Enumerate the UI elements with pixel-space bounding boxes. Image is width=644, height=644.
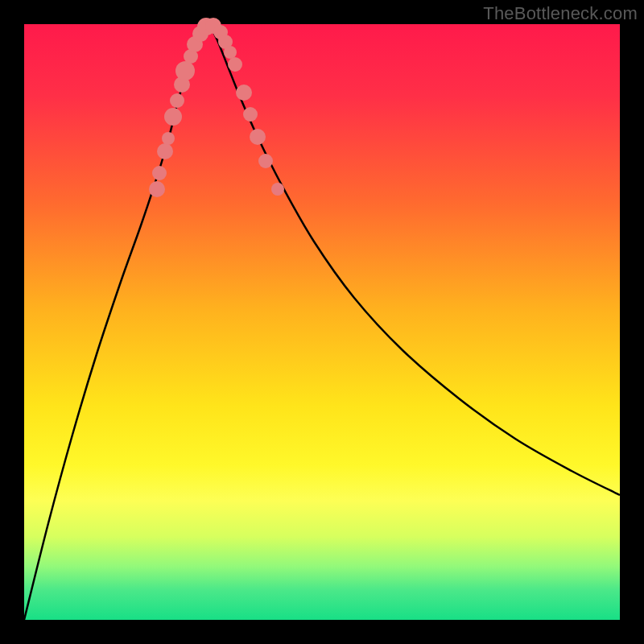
data-marker <box>224 46 237 59</box>
curve-right <box>209 24 620 495</box>
data-marker <box>162 132 175 145</box>
data-marker <box>258 154 273 168</box>
data-marker <box>236 85 252 101</box>
data-marker <box>149 181 165 197</box>
data-markers <box>149 18 284 197</box>
data-marker <box>170 93 184 108</box>
data-marker <box>175 61 195 80</box>
data-marker <box>152 166 167 180</box>
watermark-text: TheBottleneck.com <box>483 3 638 24</box>
data-marker <box>228 57 242 72</box>
plot-area <box>24 24 620 620</box>
curve-left <box>24 24 209 620</box>
data-marker <box>250 129 266 145</box>
curve-layer <box>24 24 620 620</box>
data-marker <box>157 143 173 159</box>
data-marker <box>271 183 284 196</box>
data-marker <box>164 108 182 126</box>
data-marker <box>243 107 258 122</box>
